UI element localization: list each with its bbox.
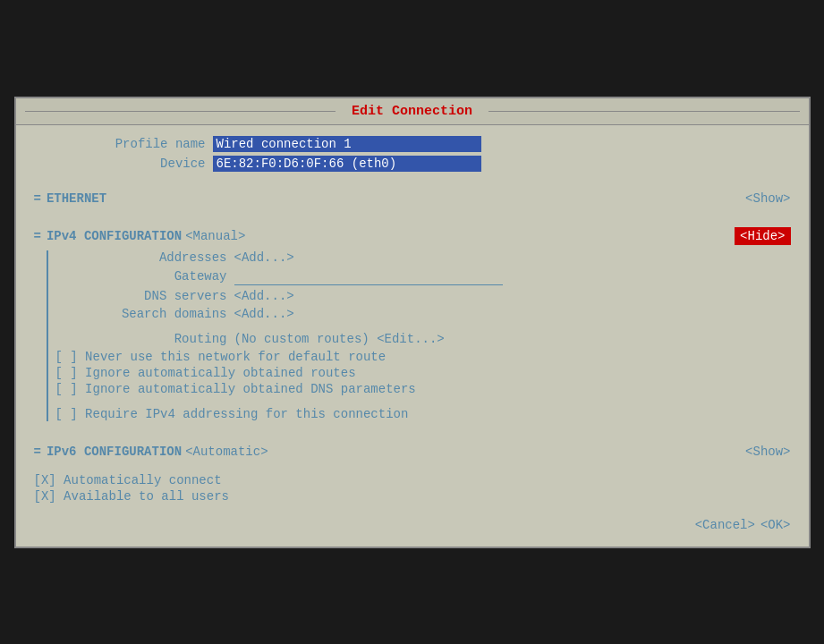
ipv4-section-header: = IPv4 CONFIGURATION <Manual> <Hide> bbox=[34, 227, 791, 245]
profile-name-label: Profile name bbox=[34, 137, 213, 151]
ipv4-mode[interactable]: <Manual> bbox=[185, 229, 245, 243]
footer-actions: <Cancel> <OK> bbox=[34, 518, 791, 532]
device-input[interactable]: 6E:82:F0:D6:0F:66 (eth0) bbox=[213, 156, 481, 172]
device-label: Device bbox=[34, 157, 213, 171]
dns-value[interactable]: <Add...> bbox=[234, 289, 791, 303]
routing-value[interactable]: (No custom routes) <Edit...> bbox=[234, 332, 791, 346]
dns-row: DNS servers <Add...> bbox=[55, 289, 791, 303]
window-title: Edit Connection bbox=[344, 104, 480, 119]
profile-name-input[interactable]: Wired connection 1 bbox=[213, 136, 481, 152]
search-domains-label: Search domains bbox=[55, 307, 234, 321]
gateway-row: Gateway bbox=[55, 268, 791, 285]
ethernet-show-button[interactable]: <Show> bbox=[745, 191, 790, 206]
ipv6-prefix: = bbox=[34, 445, 41, 459]
auto-connect-checkbox[interactable]: [X] Automatically connect bbox=[34, 473, 791, 487]
profile-name-value[interactable]: Wired connection 1 bbox=[213, 136, 791, 152]
routing-row: Routing (No custom routes) <Edit...> bbox=[55, 332, 791, 346]
addresses-value[interactable]: <Add...> bbox=[234, 250, 791, 265]
search-domains-value[interactable]: <Add...> bbox=[234, 307, 791, 321]
ethernet-section-header: = ETHERNET <Show> bbox=[34, 191, 791, 206]
profile-name-row: Profile name Wired connection 1 bbox=[34, 136, 791, 152]
ok-button[interactable]: <OK> bbox=[760, 518, 791, 532]
gateway-label: Gateway bbox=[55, 269, 234, 284]
search-domains-row: Search domains <Add...> bbox=[55, 307, 791, 321]
title-bar: Edit Connection bbox=[16, 98, 809, 125]
all-users-checkbox[interactable]: [X] Available to all users bbox=[34, 489, 791, 504]
ipv4-section-content: Addresses <Add...> Gateway DNS servers <… bbox=[47, 250, 791, 421]
ipv4-prefix: = bbox=[34, 229, 41, 243]
addresses-label: Addresses bbox=[55, 250, 234, 265]
ipv6-show-button[interactable]: <Show> bbox=[745, 445, 790, 459]
ignore-routes-checkbox[interactable]: [ ] Ignore automatically obtained routes bbox=[55, 366, 791, 380]
ipv6-section-header: = IPv6 CONFIGURATION <Automatic> <Show> bbox=[34, 445, 791, 459]
addresses-row: Addresses <Add...> bbox=[55, 250, 791, 265]
edit-connection-window: Edit Connection Profile name Wired conne… bbox=[14, 97, 811, 548]
dns-label: DNS servers bbox=[55, 289, 234, 303]
require-ipv4-checkbox[interactable]: [ ] Require IPv4 addressing for this con… bbox=[55, 407, 791, 421]
ipv6-title: IPv6 CONFIGURATION bbox=[47, 445, 182, 459]
gateway-value[interactable] bbox=[234, 268, 791, 285]
routing-label: Routing bbox=[55, 332, 234, 346]
cancel-button[interactable]: <Cancel> bbox=[695, 518, 755, 532]
never-default-checkbox[interactable]: [ ] Never use this network for default r… bbox=[55, 350, 791, 364]
ipv4-title: IPv4 CONFIGURATION bbox=[47, 229, 182, 243]
device-row: Device 6E:82:F0:D6:0F:66 (eth0) bbox=[34, 156, 791, 172]
ethernet-title: ETHERNET bbox=[47, 191, 106, 206]
ignore-dns-checkbox[interactable]: [ ] Ignore automatically obtained DNS pa… bbox=[55, 382, 791, 396]
ipv6-mode[interactable]: <Automatic> bbox=[185, 445, 268, 459]
ipv4-hide-button[interactable]: <Hide> bbox=[735, 227, 790, 245]
device-value[interactable]: 6E:82:F0:D6:0F:66 (eth0) bbox=[213, 156, 791, 172]
content-area: Profile name Wired connection 1 Device 6… bbox=[16, 125, 809, 547]
ethernet-prefix: = bbox=[34, 191, 41, 206]
hide-button[interactable]: <Hide> bbox=[735, 227, 790, 245]
gateway-input[interactable] bbox=[234, 268, 503, 285]
